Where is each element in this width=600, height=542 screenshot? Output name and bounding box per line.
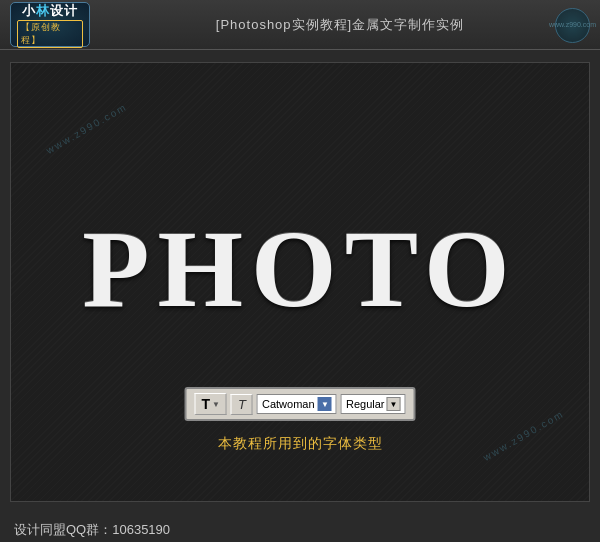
main-canvas: www.z990.com www.z990.com PHOTO T ▼ T Ca… [10, 62, 590, 502]
photo-display-text: PHOTO [82, 206, 517, 333]
logo-text: 小林设计 [22, 2, 78, 20]
watermark-left: www.z990.com [44, 101, 129, 156]
logo-sub: 【原创教程】 [17, 20, 83, 48]
font-style-value: Regular [346, 398, 385, 410]
font-name-dropdown-arrow[interactable]: ▼ [318, 397, 332, 411]
font-style-dropdown-arrow[interactable]: ▼ [386, 397, 400, 411]
font-selector-panel: T ▼ T Catwoman ▼ Regular ▼ [185, 387, 416, 421]
page-title: [Photoshop实例教程]金属文字制作实例 [90, 16, 590, 34]
watermark-right: www.z990.com [481, 408, 566, 463]
text-tool-button[interactable]: T ▼ [195, 393, 227, 415]
bottom-bar: 设计同盟QQ群：10635190 [0, 514, 600, 542]
qq-group-text: 设计同盟QQ群：10635190 [14, 521, 170, 539]
font-style-select[interactable]: Regular ▼ [341, 394, 406, 414]
text-tool-icon: T [202, 396, 211, 412]
logo: 小林设计 【原创教程】 [10, 2, 90, 47]
font-name-select[interactable]: Catwoman ▼ [257, 394, 337, 414]
text-tool-arrow: ▼ [212, 400, 220, 409]
top-bar: 小林设计 【原创教程】 [Photoshop实例教程]金属文字制作实例 www.… [0, 0, 600, 50]
font-name-value: Catwoman [262, 398, 315, 410]
text-style-icon: T [238, 397, 246, 412]
text-style-button[interactable]: T [231, 394, 253, 415]
watermark-badge: www.z990.com [555, 8, 590, 43]
font-note-label: 本教程所用到的字体类型 [218, 435, 383, 453]
